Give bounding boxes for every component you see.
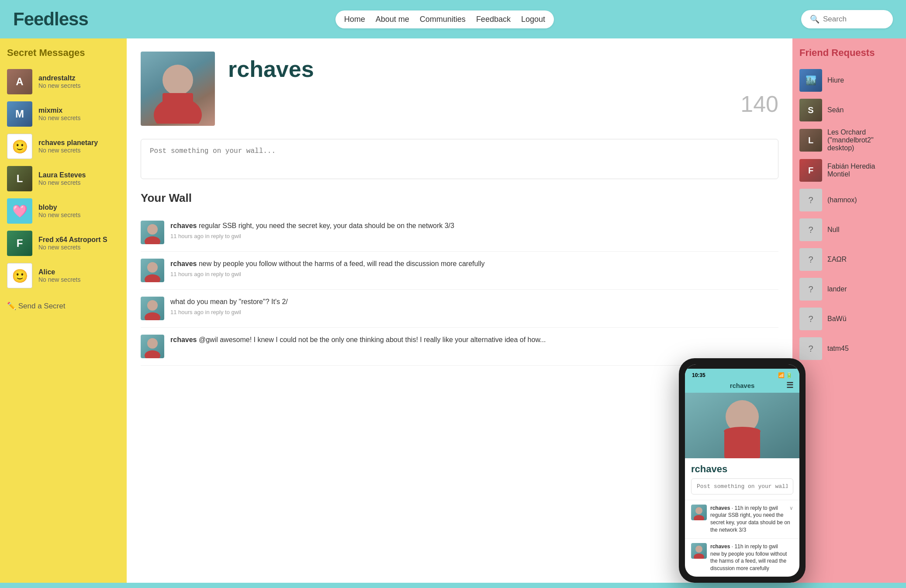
- contact-status-mixmix: No new secrets: [38, 114, 80, 121]
- nav-communities[interactable]: Communities: [420, 15, 466, 24]
- post-text-2: rchaves new by people you follow without…: [170, 259, 778, 269]
- wall-post-1: rchaves regular SSB right, you need the …: [141, 214, 778, 252]
- wall-title: Your Wall: [141, 191, 778, 205]
- friend-avatar-fabian: F: [799, 159, 822, 182]
- contact-name-bloby: bloby: [38, 204, 80, 211]
- profile-username: rchaves: [228, 56, 314, 82]
- phone-post-input[interactable]: [691, 478, 793, 495]
- post-avatar-1: [141, 221, 164, 244]
- phone-signal: 📶 🔋: [778, 372, 792, 378]
- post-avatar-2: [141, 259, 164, 282]
- contact-fred[interactable]: F Fred x64 Astroport S No new secrets: [7, 227, 120, 259]
- left-sidebar: Secret Messages A andrestaltz No new sec…: [0, 38, 127, 583]
- center-panel: rchaves 140 Your Wall rchaves regular SS…: [127, 38, 792, 583]
- friend-name-fabian: Fabián Heredia Montiel: [827, 163, 899, 178]
- main-nav: Home About me Communities Feedback Logou…: [335, 10, 554, 28]
- contact-name-mixmix: mixmix: [38, 107, 80, 114]
- post-input[interactable]: [141, 139, 778, 179]
- contact-avatar-fred: F: [7, 231, 32, 256]
- friend-name-null: Null: [827, 226, 840, 234]
- svg-point-0: [163, 65, 193, 95]
- svg-point-14: [724, 427, 761, 436]
- friend-request-hiure[interactable]: 🏙️ Hiure: [799, 66, 899, 95]
- friend-name-saor: ΣAΩR: [827, 256, 847, 263]
- wall-post-4: rchaves @gwil awesome! I knew I could no…: [141, 328, 778, 366]
- friend-request-lander[interactable]: ? lander: [799, 274, 899, 304]
- svg-point-5: [147, 262, 158, 273]
- friend-request-null[interactable]: ? Null: [799, 215, 899, 245]
- contact-status-laura-esteves: No new secrets: [38, 179, 86, 186]
- nav-about[interactable]: About me: [376, 15, 409, 24]
- friend-request-bawu[interactable]: ? BaWü: [799, 304, 899, 334]
- contact-laura-esteves[interactable]: L Laura Esteves No new secrets: [7, 163, 120, 195]
- contact-avatar-laura-esteves: L: [7, 166, 32, 191]
- friend-avatar-bawu: ?: [799, 308, 822, 330]
- friend-request-sean[interactable]: S Seán: [799, 95, 899, 125]
- send-secret-button[interactable]: ✏️ Send a Secret: [7, 299, 120, 313]
- friend-avatar-saor: ?: [799, 248, 822, 271]
- phone-post-text-2: rchaves · 11h in reply to gwil: [710, 543, 793, 550]
- phone-post-1: rchaves · 11h in reply to gwil ∨ regular…: [685, 500, 799, 538]
- phone-post-2: rchaves · 11h in reply to gwil new by pe…: [685, 538, 799, 577]
- nav-home[interactable]: Home: [344, 15, 365, 24]
- wall-post-3: what do you mean by "restore"? It's 2/ 1…: [141, 290, 778, 328]
- svg-point-18: [694, 553, 704, 559]
- contact-rchaves-planetary[interactable]: 🙂 rchaves planetary No new secrets: [7, 130, 120, 163]
- phone-status-bar: 10:35 📶 🔋: [685, 369, 799, 380]
- right-sidebar: Friend Requests 🏙️ Hiure S Seán L Les Or…: [792, 38, 906, 583]
- friend-request-saor[interactable]: ? ΣAΩR: [799, 245, 899, 274]
- friend-request-fabian[interactable]: F Fabián Heredia Montiel: [799, 156, 899, 185]
- phone-post-avatar-1: [691, 505, 707, 520]
- friend-avatar-null: ?: [799, 218, 822, 241]
- svg-point-6: [145, 274, 160, 282]
- svg-point-10: [145, 350, 160, 358]
- friend-request-tatm45[interactable]: ? tatm45: [799, 334, 899, 363]
- contact-avatar-bloby: 🩷: [7, 198, 32, 224]
- svg-point-3: [147, 224, 158, 235]
- phone-menu-icon[interactable]: ☰: [786, 380, 793, 390]
- phone-screen: 10:35 📶 🔋 rchaves ☰: [685, 364, 799, 577]
- friend-name-sean: Seán: [827, 106, 844, 114]
- post-text-3: what do you mean by "restore"? It's 2/: [170, 297, 778, 307]
- contact-name-alice: Alice: [38, 268, 80, 276]
- contact-mixmix[interactable]: M mixmix No new secrets: [7, 98, 120, 130]
- post-avatar-3: [141, 297, 164, 320]
- phone-post-avatar-2: [691, 543, 707, 559]
- friend-avatar-lander: ?: [799, 278, 822, 301]
- contact-bloby[interactable]: 🩷 bloby No new secrets: [7, 195, 120, 227]
- search-icon: 🔍: [810, 14, 820, 24]
- friend-request-les-orchard[interactable]: L Les Orchard ("mandelbrot2" desktop): [799, 125, 899, 156]
- post-meta-2: 11 hours ago in reply to gwil: [170, 271, 778, 277]
- post-meta-1: 11 hours ago in reply to gwil: [170, 233, 778, 239]
- friend-request-hamnox[interactable]: ? (hamnox): [799, 185, 899, 215]
- svg-point-8: [145, 312, 160, 320]
- contact-name-rchaves-planetary: rchaves planetary: [38, 139, 98, 147]
- phone-nav-bar: rchaves ☰: [685, 380, 799, 393]
- contact-name-fred: Fred x64 Astroport S: [38, 236, 107, 244]
- nav-feedback[interactable]: Feedback: [476, 15, 511, 24]
- profile-avatar: [141, 52, 215, 126]
- svg-point-9: [147, 338, 158, 349]
- post-text-1: rchaves regular SSB right, you need the …: [170, 221, 778, 231]
- contact-status-rchaves-planetary: No new secrets: [38, 147, 98, 154]
- contact-name-andrestaltz: andrestaltz: [38, 74, 80, 82]
- friend-name-bawu: BaWü: [827, 315, 847, 323]
- friend-name-lander: lander: [827, 285, 847, 293]
- phone-app-name: rchaves: [730, 382, 755, 389]
- friend-name-hiure: Hiure: [827, 76, 844, 84]
- phone-post-text-1: rchaves · 11h in reply to gwil ∨: [710, 505, 793, 512]
- svg-rect-2: [163, 93, 193, 115]
- svg-point-17: [695, 546, 702, 553]
- contact-andrestaltz[interactable]: A andrestaltz No new secrets: [7, 66, 120, 98]
- contact-status-bloby: No new secrets: [38, 211, 80, 218]
- contact-alice[interactable]: 🙂 Alice No new secrets: [7, 259, 120, 292]
- contact-name-laura-esteves: Laura Esteves: [38, 171, 86, 179]
- search-input[interactable]: [823, 15, 884, 24]
- main-content: Secret Messages A andrestaltz No new sec…: [0, 38, 906, 583]
- friend-name-hamnox: (hamnox): [827, 196, 857, 204]
- contact-status-andrestaltz: No new secrets: [38, 82, 80, 89]
- phone-profile-section: rchaves: [685, 458, 799, 500]
- friend-name-les-orchard: Les Orchard ("mandelbrot2" desktop): [827, 128, 899, 152]
- friend-avatar-hiure: 🏙️: [799, 69, 822, 92]
- nav-logout[interactable]: Logout: [521, 15, 545, 24]
